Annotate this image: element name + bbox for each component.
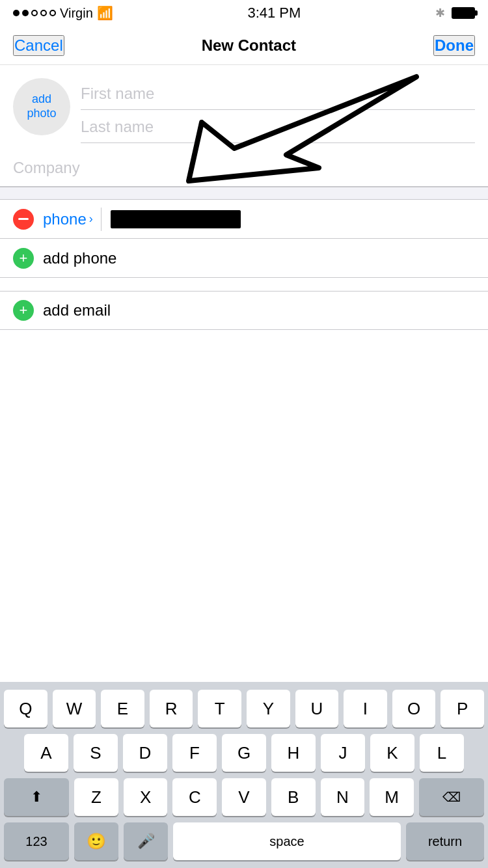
key-k[interactable]: K [370, 734, 414, 772]
key-t[interactable]: T [198, 690, 241, 727]
add-phone-row: + add phone [0, 239, 488, 278]
key-x[interactable]: X [124, 778, 168, 816]
key-e[interactable]: E [101, 690, 144, 727]
phone-row: phone › [0, 200, 488, 239]
keyboard: Q W E R T Y U I O P A S D F G H J K L ⬆ … [0, 682, 488, 868]
keyboard-rows: Q W E R T Y U I O P A S D F G H J K L ⬆ … [0, 682, 488, 863]
return-key[interactable]: return [406, 822, 484, 860]
keyboard-row-1: Q W E R T Y U I O P [4, 690, 484, 727]
company-row [0, 150, 488, 187]
remove-phone-button[interactable] [13, 209, 34, 230]
key-l[interactable]: L [420, 734, 464, 772]
carrier-label: Virgin [60, 6, 93, 21]
phone-chevron-icon[interactable]: › [89, 212, 93, 226]
key-i[interactable]: I [344, 690, 387, 727]
add-phone-button[interactable]: + [13, 248, 34, 269]
cancel-button[interactable]: Cancel [13, 35, 64, 56]
status-right: ✱ [435, 6, 475, 20]
keyboard-row-4: 123 🙂 🎤 space return [4, 822, 484, 860]
photo-name-row: add photo [0, 65, 488, 143]
key-n[interactable]: N [321, 778, 365, 816]
key-z[interactable]: Z [74, 778, 118, 816]
key-w[interactable]: W [53, 690, 96, 727]
key-m[interactable]: M [370, 778, 414, 816]
shift-key[interactable]: ⬆ [4, 778, 69, 816]
key-j[interactable]: J [321, 734, 365, 772]
signal-dot-4 [40, 10, 47, 16]
signal-dot-3 [31, 10, 38, 16]
signal-dot-5 [49, 10, 56, 16]
battery-icon [452, 7, 475, 19]
phone-vertical-divider [101, 208, 102, 231]
add-email-button[interactable]: + [13, 300, 34, 321]
key-a[interactable]: A [24, 734, 68, 772]
status-left: Virgin 📶 [13, 5, 113, 21]
key-f[interactable]: F [172, 734, 217, 772]
key-p[interactable]: P [441, 690, 484, 727]
page-title: New Contact [202, 36, 296, 55]
space-key[interactable]: space [173, 822, 401, 860]
signal-dot-1 [13, 10, 20, 16]
form-area: add photo phone › + add phone + add emai… [0, 65, 488, 330]
signal-dot-2 [22, 10, 29, 16]
last-name-input[interactable] [81, 111, 475, 143]
key-c[interactable]: C [172, 778, 217, 816]
add-phone-label: add phone [43, 249, 116, 267]
bluetooth-icon: ✱ [435, 6, 445, 20]
key-v[interactable]: V [222, 778, 266, 816]
wifi-icon: 📶 [97, 5, 113, 21]
backspace-key[interactable]: ⌫ [419, 778, 484, 816]
key-q[interactable]: Q [4, 690, 47, 727]
status-time: 3:41 PM [247, 5, 301, 21]
add-email-label: add email [43, 301, 111, 319]
email-section: + add email [0, 291, 488, 330]
navigation-bar: Cancel New Contact Done [0, 26, 488, 65]
key-s[interactable]: S [74, 734, 118, 772]
section-divider [0, 187, 488, 200]
status-bar: Virgin 📶 3:41 PM ✱ [0, 0, 488, 26]
key-r[interactable]: R [150, 690, 193, 727]
key-o[interactable]: O [392, 690, 436, 727]
first-name-input[interactable] [81, 78, 475, 110]
add-photo-button[interactable]: add photo [13, 78, 70, 135]
keyboard-row-2: A S D F G H J K L [4, 734, 484, 772]
company-input[interactable] [13, 150, 475, 186]
signal-dots [13, 10, 56, 16]
key-y[interactable]: Y [247, 690, 290, 727]
name-fields [81, 78, 475, 143]
add-email-row: + add email [0, 291, 488, 330]
keyboard-bottom-bar [0, 863, 488, 868]
numbers-key[interactable]: 123 [4, 822, 69, 860]
key-u[interactable]: U [295, 690, 339, 727]
key-h[interactable]: H [271, 734, 316, 772]
mic-key[interactable]: 🎤 [124, 822, 168, 860]
done-button[interactable]: Done [433, 35, 475, 56]
phone-label[interactable]: phone [43, 210, 87, 228]
key-b[interactable]: B [271, 778, 316, 816]
key-g[interactable]: G [222, 734, 266, 772]
key-d[interactable]: D [123, 734, 167, 772]
emoji-key[interactable]: 🙂 [74, 822, 118, 860]
phone-value-redacted [111, 210, 241, 228]
keyboard-row-3: ⬆ Z X C V B N M ⌫ [4, 778, 484, 816]
